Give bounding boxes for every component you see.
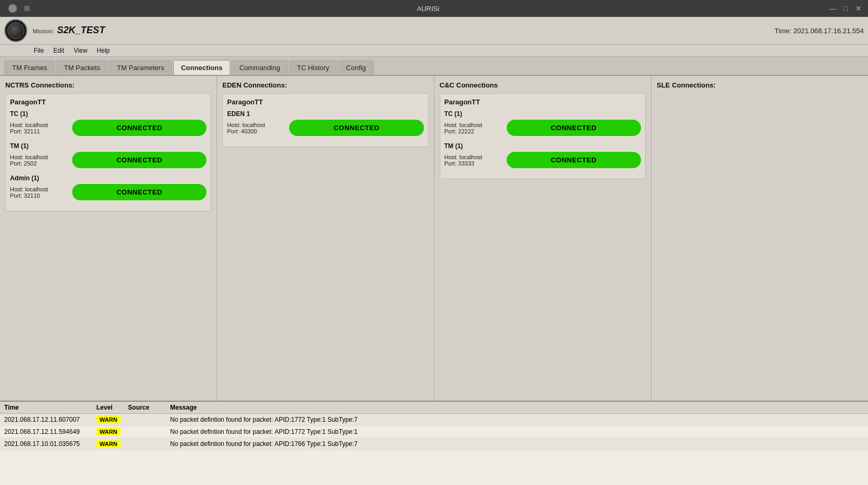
nctrs-tc-label: TC (1) bbox=[10, 110, 206, 118]
candc-tc-port: Port: 22222 bbox=[445, 128, 502, 134]
eden-1-port: Port: 40300 bbox=[227, 128, 285, 134]
nctrs-tc-host: Host: localhost bbox=[10, 122, 68, 128]
log-time-2: 2021.068.17.12.11.594649 bbox=[4, 428, 96, 435]
tab-tc-history[interactable]: TC History bbox=[289, 60, 337, 75]
nctrs-tc-row: Host: localhost Port: 32111 CONNECTED bbox=[10, 120, 206, 136]
eden-sub-panel: ParagonTT EDEN 1 Host: localhost Port: 4… bbox=[222, 93, 428, 147]
candc-tm-label: TM (1) bbox=[445, 142, 641, 150]
candc-title: C&C Connections bbox=[440, 81, 646, 89]
tab-config[interactable]: Config bbox=[338, 60, 374, 75]
nctrs-admin-item: Admin (1) Host: localhost Port: 32110 CO… bbox=[10, 174, 206, 200]
nctrs-admin-port: Port: 32110 bbox=[10, 192, 68, 199]
tabs-bar: TM Frames TM Packets TM Parameters Conne… bbox=[0, 57, 868, 76]
mission-info: Mission: S2K_TEST bbox=[33, 25, 105, 37]
app-menu-bar: File Edit View Help bbox=[0, 45, 868, 57]
nctrs-admin-info: Host: localhost Port: 32110 bbox=[10, 186, 68, 199]
time-display: Time: 2021.068.17.16.21.554 bbox=[775, 27, 864, 35]
warn-badge-3: WARN bbox=[96, 440, 121, 448]
eden-1-label: EDEN 1 bbox=[227, 110, 423, 118]
time-label: Time: bbox=[775, 27, 792, 35]
eden-panel: EDEN Connections: ParagonTT EDEN 1 Host:… bbox=[217, 76, 434, 401]
tab-commanding[interactable]: Commanding bbox=[231, 60, 288, 75]
menu-file[interactable]: File bbox=[29, 46, 48, 55]
candc-tc-connected-btn[interactable]: CONNECTED bbox=[507, 120, 641, 136]
nctrs-paragontt-title: ParagonTT bbox=[10, 98, 206, 106]
window-controls[interactable]: — □ ✕ bbox=[827, 4, 864, 13]
sle-title: SLE Connections: bbox=[657, 81, 863, 89]
maximize-button[interactable]: □ bbox=[842, 4, 850, 13]
menu-edit[interactable]: Edit bbox=[49, 46, 68, 55]
nctrs-tm-label: TM (1) bbox=[10, 142, 206, 150]
nctrs-sub-panel: ParagonTT TC (1) Host: localhost Port: 3… bbox=[5, 93, 211, 211]
candc-paragontt-title: ParagonTT bbox=[445, 98, 641, 106]
mission-label: Mission: bbox=[33, 28, 54, 34]
candc-tc-item: TC (1) Host: localhost Port: 22222 CONNE… bbox=[445, 110, 641, 136]
candc-tc-row: Host: localhost Port: 22222 CONNECTED bbox=[445, 120, 641, 136]
nctrs-tm-connected-btn[interactable]: CONNECTED bbox=[72, 152, 206, 168]
nctrs-admin-label: Admin (1) bbox=[10, 174, 206, 182]
candc-sub-panel: ParagonTT TC (1) Host: localhost Port: 2… bbox=[440, 93, 646, 179]
eden-title: EDEN Connections: bbox=[222, 81, 428, 89]
nctrs-tm-host: Host: localhost bbox=[10, 154, 68, 160]
nctrs-tm-row: Host: localhost Port: 2502 CONNECTED bbox=[10, 152, 206, 168]
candc-tc-info: Host: localhost Port: 22222 bbox=[445, 122, 502, 134]
app-title: AURISi bbox=[29, 5, 827, 13]
log-area: Time Level Source Message 2021.068.17.12… bbox=[0, 401, 868, 485]
log-level-1: WARN bbox=[96, 416, 128, 423]
log-message-3: No packet defintion found for packet: AP… bbox=[170, 440, 864, 448]
close-button[interactable]: ✕ bbox=[853, 4, 864, 13]
title-bar: AURISi — □ ✕ bbox=[0, 0, 868, 17]
eden-1-info: Host: localhost Port: 40300 bbox=[227, 122, 285, 134]
minimize-button[interactable]: — bbox=[827, 4, 839, 13]
nctrs-tc-connected-btn[interactable]: CONNECTED bbox=[72, 120, 206, 136]
mission-name: S2K_TEST bbox=[57, 25, 105, 36]
nctrs-tm-item: TM (1) Host: localhost Port: 2502 CONNEC… bbox=[10, 142, 206, 168]
log-row: 2021.068.17.10.01.035675 WARN No packet … bbox=[0, 438, 868, 450]
candc-tm-host: Host: localhost bbox=[445, 154, 502, 160]
warn-badge-2: WARN bbox=[96, 428, 121, 435]
candc-tc-host: Host: localhost bbox=[445, 122, 502, 128]
tab-tm-packets[interactable]: TM Packets bbox=[56, 60, 108, 75]
sle-panel: SLE Connections: bbox=[652, 76, 868, 401]
nctrs-panel: NCTRS Connections: ParagonTT TC (1) Host… bbox=[0, 76, 217, 401]
log-message-1: No packet defintion found for packet: AP… bbox=[170, 416, 864, 423]
main-content: NCTRS Connections: ParagonTT TC (1) Host… bbox=[0, 76, 868, 485]
app-logo bbox=[4, 19, 27, 42]
candc-tm-info: Host: localhost Port: 33333 bbox=[445, 154, 502, 167]
eden-1-item: EDEN 1 Host: localhost Port: 40300 CONNE… bbox=[227, 110, 423, 136]
log-col-message-header: Message bbox=[170, 404, 864, 411]
log-level-3: WARN bbox=[96, 440, 128, 448]
nctrs-tc-port: Port: 32111 bbox=[10, 128, 68, 134]
nctrs-tm-info: Host: localhost Port: 2502 bbox=[10, 154, 68, 167]
tab-tm-frames[interactable]: TM Frames bbox=[4, 60, 55, 75]
candc-panel: C&C Connections ParagonTT TC (1) Host: l… bbox=[435, 76, 652, 401]
eden-1-connected-btn[interactable]: CONNECTED bbox=[289, 120, 423, 136]
nctrs-title: NCTRS Connections: bbox=[5, 81, 211, 89]
nctrs-tc-item: TC (1) Host: localhost Port: 32111 CONNE… bbox=[10, 110, 206, 136]
log-time-3: 2021.068.17.10.01.035675 bbox=[4, 440, 96, 448]
tab-connections[interactable]: Connections bbox=[173, 60, 231, 75]
eden-paragontt-title: ParagonTT bbox=[227, 98, 423, 106]
candc-tc-label: TC (1) bbox=[445, 110, 641, 118]
candc-tm-connected-btn[interactable]: CONNECTED bbox=[507, 152, 641, 168]
log-col-level-header: Level bbox=[96, 404, 128, 411]
menu-help[interactable]: Help bbox=[93, 46, 114, 55]
nctrs-tm-port: Port: 2502 bbox=[10, 160, 68, 167]
eden-1-host: Host: localhost bbox=[227, 122, 285, 128]
log-header: Time Level Source Message bbox=[0, 402, 868, 414]
connections-area: NCTRS Connections: ParagonTT TC (1) Host… bbox=[0, 76, 868, 401]
log-row: 2021.068.17.12.11.607007 WARN No packet … bbox=[0, 414, 868, 426]
tab-tm-parameters[interactable]: TM Parameters bbox=[109, 60, 172, 75]
log-time-1: 2021.068.17.12.11.607007 bbox=[4, 416, 96, 423]
eden-1-row: Host: localhost Port: 40300 CONNECTED bbox=[227, 120, 423, 136]
menu-view[interactable]: View bbox=[70, 46, 92, 55]
warn-badge-1: WARN bbox=[96, 416, 121, 423]
log-row: 2021.068.17.12.11.594649 WARN No packet … bbox=[0, 426, 868, 438]
app-icon bbox=[4, 0, 21, 17]
candc-tm-port: Port: 33333 bbox=[445, 160, 502, 167]
log-message-2: No packet defintion found for packet: AP… bbox=[170, 428, 864, 435]
nctrs-admin-connected-btn[interactable]: CONNECTED bbox=[72, 184, 206, 200]
nctrs-tc-info: Host: localhost Port: 32111 bbox=[10, 122, 68, 134]
nctrs-admin-row: Host: localhost Port: 32110 CONNECTED bbox=[10, 184, 206, 200]
candc-tm-row: Host: localhost Port: 33333 CONNECTED bbox=[445, 152, 641, 168]
